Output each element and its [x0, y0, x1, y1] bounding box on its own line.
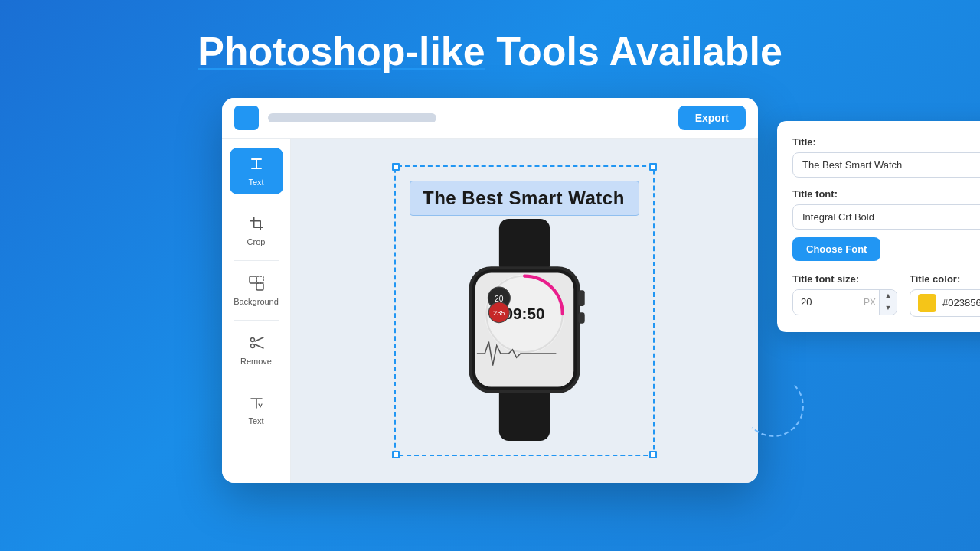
font-select[interactable]: Integral Crf Bold — [792, 204, 980, 230]
font-size-col: Title font size: PX ▲ ▼ — [792, 273, 897, 315]
corner-bl — [392, 451, 400, 458]
font-size-label: Title font size: — [792, 273, 897, 285]
app-window: Export Text — [222, 98, 758, 483]
svg-rect-4 — [253, 217, 255, 227]
tool-text-label: Text — [248, 178, 263, 187]
dashed-decoration — [743, 376, 804, 437]
color-swatch — [918, 294, 936, 312]
sidebar: Text Crop — [222, 139, 291, 483]
choose-font-button[interactable]: Choose Font — [792, 237, 880, 261]
tool-crop-label: Crop — [247, 237, 266, 246]
font-field-label: Title font: — [792, 188, 980, 200]
tool-text2-label: Text — [248, 416, 263, 425]
selection-border — [394, 165, 655, 456]
tool-background-label: Background — [234, 297, 279, 306]
search-bar-placeholder — [268, 113, 436, 122]
svg-rect-6 — [253, 227, 263, 228]
text-cursor-icon — [248, 155, 265, 174]
main-content: Text Crop — [222, 139, 758, 483]
svg-rect-8 — [256, 283, 263, 290]
text2-icon — [248, 394, 265, 413]
corner-tr — [649, 163, 657, 171]
background-icon — [248, 275, 265, 294]
font-size-input-wrap: PX ▲ ▼ — [792, 289, 897, 315]
page-title: Photoshop-like Tools Available — [198, 29, 782, 75]
app-wrapper: Export Text — [222, 98, 758, 483]
divider-2 — [234, 260, 279, 261]
logo-icon — [234, 106, 259, 130]
spinner-down[interactable]: ▼ — [880, 302, 897, 315]
corner-br — [649, 451, 657, 458]
title-highlight: Photoshop-like — [198, 29, 485, 73]
tool-text-active[interactable]: Text — [230, 148, 283, 194]
title-field-label: Title: — [792, 136, 980, 148]
svg-rect-3 — [250, 220, 260, 222]
spinner-up[interactable]: ▲ — [880, 290, 897, 302]
svg-rect-1 — [256, 158, 257, 169]
font-size-spinners: ▲ ▼ — [879, 290, 897, 315]
scissors-icon — [248, 334, 265, 354]
canvas-frame: The Best Smart Watch — [394, 165, 655, 456]
properties-panel: Title: Title font: Integral Crf Bold Cho… — [777, 121, 980, 332]
font-size-color-row: Title font size: PX ▲ ▼ Title color: #02… — [792, 273, 980, 317]
tool-remove[interactable]: Remove — [230, 327, 283, 373]
svg-rect-9 — [256, 276, 263, 283]
svg-point-11 — [250, 344, 254, 347]
top-bar: Export — [222, 98, 758, 139]
svg-rect-5 — [260, 220, 261, 230]
divider-4 — [234, 380, 279, 380]
font-size-input[interactable] — [793, 290, 861, 314]
svg-line-12 — [255, 337, 263, 341]
title-input[interactable] — [792, 152, 980, 178]
svg-point-10 — [250, 337, 254, 341]
svg-rect-7 — [250, 276, 256, 283]
color-label: Title color: — [910, 273, 980, 285]
title-normal: Tools Available — [485, 29, 782, 73]
divider-3 — [234, 320, 279, 321]
corner-tl — [392, 163, 400, 171]
tool-background[interactable]: Background — [230, 267, 283, 314]
font-size-unit: PX — [861, 297, 879, 308]
divider-1 — [234, 201, 279, 201]
tool-crop[interactable]: Crop — [230, 207, 283, 254]
tool-remove-label: Remove — [240, 357, 272, 366]
color-col: Title color: #023856 — [910, 273, 980, 317]
svg-line-13 — [255, 344, 263, 348]
export-button[interactable]: Export — [678, 106, 746, 130]
svg-rect-2 — [251, 168, 262, 169]
color-hex-value: #023856 — [942, 297, 980, 308]
color-swatch-wrap[interactable]: #023856 — [910, 289, 980, 317]
tool-text2[interactable]: Text — [230, 386, 283, 433]
crop-icon — [248, 215, 265, 234]
canvas-area: The Best Smart Watch — [291, 139, 758, 483]
